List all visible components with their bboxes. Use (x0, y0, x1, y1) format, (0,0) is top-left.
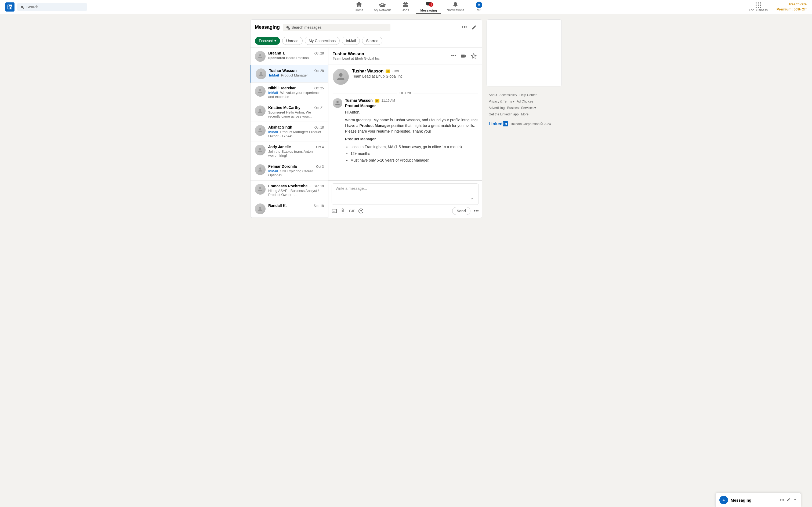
convo-name-tushar: Tushar Wasson (269, 68, 297, 73)
convo-content-akshat: Akshat Singh Oct 18 InMail Product Manag… (268, 125, 324, 138)
msg-avatar (333, 98, 342, 108)
emoji-button[interactable] (358, 208, 364, 214)
message-textarea[interactable] (336, 186, 470, 199)
footer-link-business-services[interactable]: Business Services ▾ (507, 106, 536, 110)
convo-preview-nikhil: InMail We value your experience and expe… (268, 91, 324, 99)
nav-my-network-label: My Network (374, 8, 391, 12)
message-search-input[interactable] (291, 25, 388, 30)
right-sidebar: About Accessibility Help Center Privacy … (487, 19, 562, 218)
attachment-button[interactable] (340, 208, 345, 214)
convo-content-nikhil: Nikhil Heerekar Oct 25 InMail We value y… (268, 86, 324, 99)
top-navigation: Home My Network Jobs 4 Messaging (0, 0, 812, 14)
convo-content-jody: Jody Janelle Oct 4 Join the Staples team… (268, 145, 324, 158)
convo-date-randall: Sep 18 (314, 204, 324, 208)
footer-link-about[interactable]: About (489, 93, 497, 97)
svg-point-4 (758, 5, 759, 6)
avatar-francesca (255, 184, 266, 194)
nav-my-network[interactable]: My Network (370, 0, 395, 14)
convo-preview-francesca: Hiring ASAP - Business Analyst / Product… (268, 189, 324, 197)
avatar-akshat (255, 125, 266, 136)
nav-messaging[interactable]: 4 Messaging (416, 0, 441, 14)
search-input[interactable] (26, 5, 84, 9)
me-avatar: A (476, 2, 482, 8)
convo-preview-felmar: InMail Still Exploring Career Options? (268, 169, 324, 177)
tab-focused[interactable]: Focused ▾ (255, 37, 280, 45)
convo-preview-breann: Sponsored Board Position (268, 56, 324, 60)
convo-name-felmar: Felmar Doronila (268, 164, 297, 169)
messaging-panel: Messaging ••• Focused ▾ (250, 19, 482, 218)
convo-item-tushar[interactable]: Tushar Wasson Oct 28 InMail Product Mana… (251, 65, 328, 83)
convo-preview-akshat: InMail Product Manager/ Product Owner - … (268, 130, 324, 138)
convo-item-kristine[interactable]: Kristine McCarthy Oct 21 Sponsored Hello… (251, 102, 328, 122)
emoji-icon (358, 208, 364, 214)
msg-toolbar-more-button[interactable]: ••• (474, 208, 479, 214)
nav-home[interactable]: Home (349, 0, 368, 14)
convo-content-randall: Randall K. Sep 18 (268, 204, 324, 208)
inmail-badge: in (386, 69, 390, 73)
home-icon (356, 1, 362, 8)
convo-item-nikhil[interactable]: Nikhil Heerekar Oct 25 InMail We value y… (251, 83, 328, 102)
search-box[interactable] (17, 3, 87, 11)
compose-button[interactable] (470, 23, 478, 31)
footer-link-app[interactable]: Get the LinkedIn app (489, 112, 519, 116)
convo-content-tushar: Tushar Wasson Oct 28 InMail Product Mana… (269, 68, 324, 77)
date-divider: OCT 28 (333, 91, 478, 95)
convo-item-felmar[interactable]: Felmar Doronila Oct 3 InMail Still Explo… (251, 161, 328, 181)
message-search-box[interactable] (283, 24, 390, 31)
star-button[interactable] (470, 52, 478, 60)
convo-name-breann: Breann T. (268, 51, 285, 55)
convo-header-info: Tushar Wasson Team Lead at Ehub Global I… (333, 52, 380, 60)
message-input-box[interactable] (332, 183, 479, 205)
svg-point-7 (758, 7, 759, 8)
convo-item-jody[interactable]: Jody Janelle Oct 4 Join the Staples team… (251, 142, 328, 161)
footer-link-advertising[interactable]: Advertising (489, 106, 504, 110)
convo-item-breann[interactable]: Breann T. Oct 28 Sponsored Board Positio… (251, 48, 328, 65)
footer-link-accessibility[interactable]: Accessibility (499, 93, 517, 97)
profile-card-name: Tushar Wasson in · 3rd (352, 69, 478, 73)
convo-date-breann: Oct 28 (314, 52, 324, 55)
footer-link-help[interactable]: Help Center (520, 93, 537, 97)
messages-body: Breann T. Oct 28 Sponsored Board Positio… (251, 48, 482, 218)
footer-link-more[interactable]: More (521, 112, 529, 116)
convo-item-randall[interactable]: Randall K. Sep 18 (251, 200, 328, 218)
svg-marker-9 (471, 53, 476, 58)
send-button[interactable]: Send (452, 207, 471, 215)
convo-view-header: Tushar Wasson Team Lead at Ehub Global I… (328, 48, 482, 64)
linkedin-footer-logo: Linkedin (489, 120, 508, 128)
msg-sender: Tushar Wasson (345, 98, 373, 103)
notifications-icon (452, 1, 458, 8)
footer-link-privacy[interactable]: Privacy & Terms ▾ (489, 100, 515, 103)
reactivate-button[interactable]: Reactivate Premium: 50% Off (776, 2, 807, 11)
avatar-breann (255, 51, 266, 62)
tab-starred[interactable]: Starred (362, 37, 382, 45)
convo-item-francesca[interactable]: Francesca Roehrenbe... Sep 19 Hiring ASA… (251, 181, 328, 200)
convo-name-nikhil: Nikhil Heerekar (268, 86, 295, 90)
tab-my-connections[interactable]: My Connections (305, 37, 340, 45)
nav-jobs[interactable]: Jobs (396, 0, 415, 14)
image-button[interactable] (332, 208, 337, 214)
tab-inmail[interactable]: InMail (342, 37, 360, 45)
convo-item-akshat[interactable]: Akshat Singh Oct 18 InMail Product Manag… (251, 122, 328, 142)
convo-more-button[interactable]: ••• (450, 52, 457, 60)
conversation-list: Breann T. Oct 28 Sponsored Board Positio… (251, 48, 328, 218)
linkedin-logo[interactable] (5, 2, 14, 11)
tab-unread[interactable]: Unread (282, 37, 303, 45)
nav-jobs-label: Jobs (402, 8, 409, 12)
gif-button[interactable]: GIF (349, 209, 355, 213)
search-icon (20, 5, 24, 9)
msg-text: Hi Anton, Warm greetings! My name is Tus… (345, 110, 478, 163)
msg-more-options-button[interactable]: ••• (461, 23, 468, 31)
expand-input-button[interactable] (470, 196, 475, 202)
star-icon (471, 53, 477, 59)
for-business-label: For Business (749, 8, 768, 12)
nav-notifications[interactable]: Notifications (442, 0, 468, 14)
footer-links: About Accessibility Help Center Privacy … (487, 90, 562, 130)
svg-point-12 (362, 210, 362, 211)
svg-point-8 (760, 7, 761, 8)
nav-for-business[interactable]: For Business (746, 0, 771, 14)
svg-point-2 (760, 2, 761, 3)
footer-link-ad-choices[interactable]: Ad Choices (517, 100, 533, 103)
nav-me[interactable]: A Me (470, 0, 488, 14)
video-call-button[interactable] (459, 52, 468, 60)
chat-messages: Tushar Wasson in · 3rd Team Lead at Ehub… (328, 64, 482, 180)
